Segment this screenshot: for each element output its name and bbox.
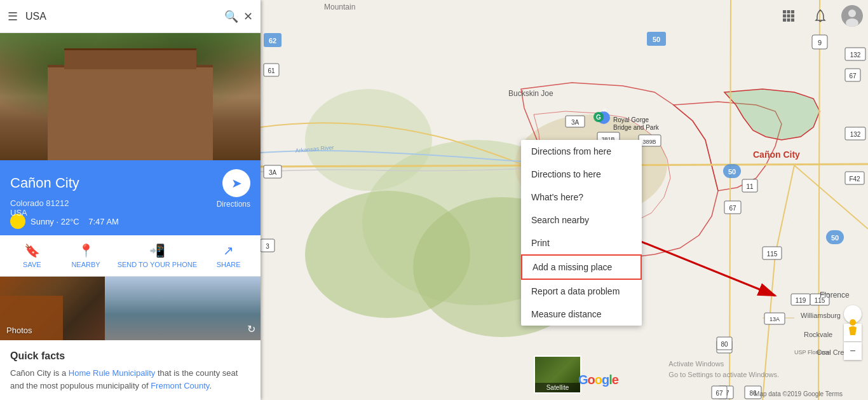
print-item[interactable]: Print	[521, 231, 642, 254]
svg-text:3A: 3A	[571, 119, 580, 126]
satellite-view-button[interactable]: Satellite	[534, 355, 581, 394]
search-bar: ☰ USA 🔍 ✕	[0, 0, 261, 33]
svg-text:Rockvale: Rockvale	[804, 331, 832, 338]
svg-rect-87	[791, 10, 794, 13]
svg-text:50: 50	[831, 234, 839, 242]
place-name-row: Cañon City ➤	[10, 169, 250, 197]
top-right-controls	[778, 5, 863, 27]
save-icon: 🔖	[24, 243, 40, 258]
quick-facts-section: Quick facts Cañon City is a Home Rule Mu…	[0, 340, 261, 400]
activate-windows-watermark: Activate Windows Go to Settings to activ…	[668, 359, 779, 381]
search-nearby-item[interactable]: Search nearby	[521, 209, 642, 231]
svg-text:Mountain: Mountain	[324, 3, 355, 11]
directions-arrow-icon: ➤	[231, 176, 242, 191]
svg-rect-90	[791, 15, 794, 18]
svg-rect-89	[787, 15, 790, 18]
svg-text:67: 67	[715, 390, 723, 397]
svg-point-4	[305, 89, 432, 191]
map-attribution: Map data ©2019 Google Terms	[754, 390, 843, 397]
quick-facts-heading: Quick facts	[10, 350, 250, 362]
svg-text:Royal Gorge: Royal Gorge	[613, 116, 649, 123]
svg-rect-88	[783, 15, 786, 18]
svg-text:67: 67	[729, 205, 736, 212]
svg-point-96	[848, 10, 856, 17]
nearby-label: NEARBY	[71, 261, 100, 268]
measure-distance-item[interactable]: Measure distance	[521, 303, 642, 326]
google-logo-o2: o	[595, 373, 602, 387]
photo-scroll-arrow[interactable]: ↻	[247, 323, 255, 335]
directions-circle-button[interactable]: ➤	[222, 169, 250, 197]
nearby-icon: 📍	[78, 243, 94, 258]
photos-label: Photos	[6, 326, 32, 335]
svg-point-84	[850, 319, 856, 326]
svg-text:Florence: Florence	[820, 291, 850, 300]
fremont-county-link[interactable]: Fremont County	[151, 381, 209, 390]
add-missing-place-item[interactable]: Add a missing place	[521, 254, 642, 280]
svg-text:115: 115	[767, 251, 778, 258]
svg-rect-93	[791, 18, 794, 22]
notifications-button[interactable]	[810, 5, 831, 27]
search-icon[interactable]: 🔍	[224, 10, 238, 24]
hero-image	[0, 33, 261, 160]
svg-text:119: 119	[796, 297, 806, 304]
svg-text:62: 62	[269, 37, 276, 45]
svg-rect-92	[787, 18, 790, 22]
close-icon[interactable]: ✕	[243, 10, 253, 24]
photo-2[interactable]: ↻	[105, 277, 261, 340]
svg-text:61: 61	[268, 67, 275, 74]
save-label: SAVE	[23, 261, 41, 268]
place-info: Cañon City ➤ Colorado 81212 USA Directio…	[0, 160, 261, 235]
send-to-phone-button[interactable]: 📲 SEND TO YOUR PHONE	[118, 243, 197, 268]
svg-text:9: 9	[818, 39, 822, 46]
zoom-out-button[interactable]: −	[844, 342, 862, 360]
svg-text:50: 50	[728, 168, 736, 176]
whats-here-item[interactable]: What's here?	[521, 186, 642, 209]
share-label: SHARE	[217, 261, 241, 268]
svg-text:80: 80	[721, 341, 728, 348]
google-apps-button[interactable]	[778, 5, 799, 27]
user-avatar[interactable]	[841, 5, 863, 27]
svg-rect-91	[783, 18, 786, 22]
svg-text:3A: 3A	[269, 169, 277, 176]
directions-from-here-item[interactable]: Directions from here	[521, 140, 642, 163]
search-input[interactable]: USA	[25, 11, 219, 22]
svg-text:Buckskin Joe: Buckskin Joe	[508, 89, 553, 98]
satellite-label: Satellite	[535, 383, 580, 392]
svg-text:132: 132	[850, 131, 861, 138]
svg-text:50: 50	[653, 36, 660, 43]
directions-label[interactable]: Directions	[10, 200, 250, 209]
google-logo-g2: g	[602, 373, 609, 387]
left-panel: ☰ USA 🔍 ✕ Cañon City ➤ Colorado 81212 US…	[0, 0, 261, 400]
svg-text:3: 3	[266, 243, 269, 250]
directions-to-here-item[interactable]: Directions to here	[521, 163, 642, 186]
save-button[interactable]: 🔖 SAVE	[10, 243, 54, 268]
google-logo-o1: o	[588, 373, 595, 387]
place-title: Cañon City	[10, 175, 79, 191]
share-icon: ↗	[223, 243, 234, 258]
pegman-icon[interactable]	[844, 319, 862, 336]
svg-text:Cañon City: Cañon City	[753, 149, 800, 160]
home-rule-link[interactable]: Home Rule Municipality	[69, 368, 156, 378]
google-logo-e: e	[612, 373, 618, 387]
photos-section[interactable]: ↻ Photos	[0, 277, 261, 340]
google-logo-g: G	[578, 373, 588, 387]
report-data-problem-item[interactable]: Report a data problem	[521, 280, 642, 303]
svg-rect-85	[783, 10, 786, 13]
svg-text:67: 67	[849, 72, 857, 79]
svg-text:13A: 13A	[770, 316, 780, 322]
svg-text:389B: 389B	[642, 139, 656, 145]
svg-text:11: 11	[746, 183, 754, 190]
svg-text:Bridge and Park: Bridge and Park	[613, 124, 660, 131]
nearby-button[interactable]: 📍 NEARBY	[64, 243, 108, 268]
weather-text: Sunny · 22°C 7:47 AM	[31, 217, 119, 226]
map-area[interactable]: 62 50 9 61 3A 3 3A	[261, 0, 868, 400]
send-to-phone-icon: 📲	[149, 243, 165, 258]
action-buttons: 🔖 SAVE 📍 NEARBY 📲 SEND TO YOUR PHONE ↗ S…	[0, 235, 261, 277]
menu-icon[interactable]: ☰	[8, 10, 18, 24]
quick-facts-text: Cañon City is a Home Rule Municipality t…	[10, 367, 250, 392]
svg-text:G: G	[596, 114, 601, 121]
context-menu: Directions from here Directions to here …	[521, 140, 642, 326]
svg-text:R: R	[603, 107, 607, 113]
google-logo: Google	[578, 373, 618, 387]
share-button[interactable]: ↗ SHARE	[207, 243, 251, 268]
